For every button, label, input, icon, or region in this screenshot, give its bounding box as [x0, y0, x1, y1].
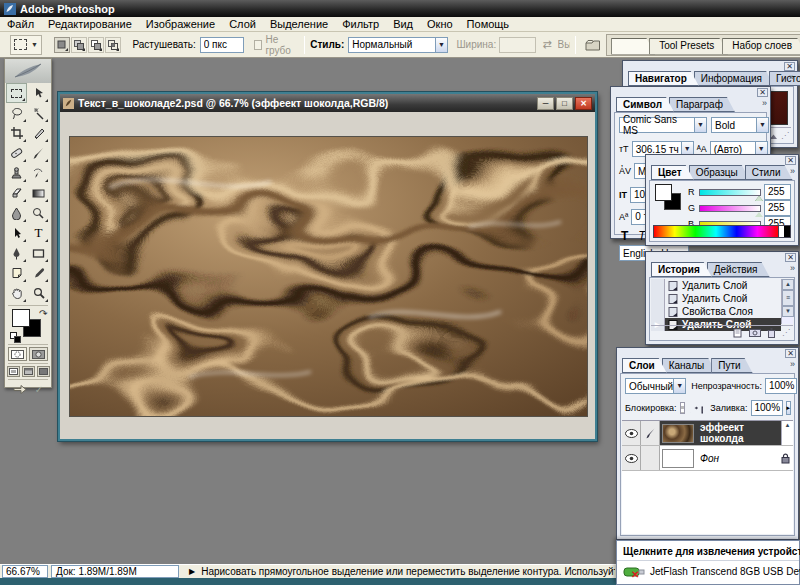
close-icon[interactable]: ✕: [785, 253, 796, 262]
menu-layer[interactable]: Слой: [222, 18, 263, 30]
tab-styles[interactable]: Стили: [745, 165, 793, 180]
color-ramp[interactable]: [653, 225, 791, 238]
menu-view[interactable]: Вид: [386, 18, 420, 30]
history-item[interactable]: Удалить Слой: [651, 292, 781, 305]
menu-image[interactable]: Изображение: [139, 18, 222, 30]
style-select[interactable]: Нормальный ▼: [348, 37, 448, 53]
lock-all-icon[interactable]: [701, 402, 704, 414]
panel-menu-icon[interactable]: »: [789, 72, 793, 82]
canvas[interactable]: [69, 136, 588, 417]
layers-scrollbar[interactable]: ▲: [781, 421, 793, 445]
foreground-color-swatch[interactable]: [12, 309, 30, 327]
usb-device-row[interactable]: ✕ JetFlash Transcend 8GB USB Device (F:): [617, 561, 799, 578]
tab-color[interactable]: Цвет: [651, 165, 694, 180]
scroll-down-icon[interactable]: ▼: [782, 306, 794, 317]
panel-menu-icon[interactable]: »: [790, 166, 794, 176]
blur-tool[interactable]: [6, 203, 27, 223]
notes-tool[interactable]: [6, 263, 27, 283]
panel-menu-icon[interactable]: »: [790, 263, 794, 273]
swap-colors-icon[interactable]: ↷: [39, 308, 47, 319]
slice-tool[interactable]: [28, 123, 49, 143]
close-button[interactable]: ✕: [575, 97, 592, 110]
document-titlebar[interactable]: Текст_в_шоколаде2.psd @ 66.7% (эффеект ш…: [60, 94, 595, 112]
tab-paragraph[interactable]: Параграф: [669, 97, 735, 112]
tab-paths[interactable]: Пути: [711, 358, 752, 373]
tab-histogram[interactable]: Гистограмма: [769, 71, 800, 86]
green-slider[interactable]: [699, 205, 761, 212]
zoom-field[interactable]: 66.67%: [2, 565, 48, 578]
healing-brush-tool[interactable]: [6, 143, 27, 163]
gradient-tool[interactable]: [28, 183, 49, 203]
minimize-button[interactable]: ─: [537, 97, 554, 110]
selection-intersect-button[interactable]: [105, 37, 121, 53]
layer-name[interactable]: эффеект шоколда: [696, 421, 781, 445]
opacity-value[interactable]: 100%: [765, 378, 797, 394]
layer-row-selected[interactable]: эффеект шоколда ▲: [622, 421, 793, 446]
close-icon[interactable]: ✕: [757, 88, 768, 97]
layer-row[interactable]: Фон: [622, 446, 793, 471]
standard-mode-button[interactable]: [8, 347, 27, 361]
type-tool[interactable]: T: [28, 223, 49, 243]
layer-visibility-toggle[interactable]: [622, 446, 641, 470]
tab-navigator[interactable]: Навигатор: [628, 71, 699, 86]
app-titlebar[interactable]: Adobe Photoshop: [0, 0, 800, 17]
new-snapshot-icon[interactable]: [749, 328, 761, 337]
quick-mask-mode-button[interactable]: [29, 347, 48, 361]
tab-channels[interactable]: Каналы: [662, 358, 717, 373]
hand-tool[interactable]: [6, 283, 27, 303]
history-source-well[interactable]: [651, 279, 665, 292]
menu-select[interactable]: Выделение: [263, 18, 335, 30]
path-selection-tool[interactable]: [6, 223, 27, 243]
foreground-color-swatch[interactable]: [655, 184, 672, 201]
lock-transparency-icon[interactable]: [680, 402, 685, 414]
font-style-select[interactable]: Bold▼: [711, 117, 769, 133]
rectangular-marquee-tool[interactable]: [6, 83, 27, 103]
trash-icon[interactable]: [767, 328, 776, 338]
new-document-from-state-icon[interactable]: [733, 328, 743, 338]
swap-dimensions-icon[interactable]: ⇄: [542, 38, 551, 51]
clone-stamp-tool[interactable]: [6, 163, 27, 183]
toolbox-logo[interactable]: [5, 59, 51, 83]
close-icon[interactable]: ✕: [785, 349, 796, 358]
file-browser-button[interactable]: [585, 38, 602, 52]
fullscreen-menubar-button[interactable]: [22, 366, 35, 377]
spectrum-gradient[interactable]: [654, 226, 778, 237]
layer-visibility-toggle[interactable]: [622, 421, 641, 445]
fullscreen-button[interactable]: [37, 366, 50, 377]
close-icon[interactable]: ✕: [785, 156, 796, 165]
dodge-tool[interactable]: [28, 203, 49, 223]
tab-actions[interactable]: Действия: [707, 262, 770, 277]
menu-window[interactable]: Окно: [420, 18, 460, 30]
antialias-checkbox[interactable]: Не грубо: [254, 34, 299, 56]
lock-move-icon[interactable]: [694, 402, 697, 414]
layer-link-well[interactable]: [641, 446, 660, 470]
feather-input[interactable]: [200, 37, 244, 53]
history-source-well[interactable]: [651, 305, 665, 318]
history-item[interactable]: Свойства Слоя: [651, 305, 781, 318]
selection-add-button[interactable]: [71, 37, 87, 53]
fill-spinner-icon[interactable]: ▸: [786, 401, 792, 415]
menu-filter[interactable]: Фильтр: [335, 18, 386, 30]
zoom-tool[interactable]: [28, 283, 49, 303]
layer-name[interactable]: Фон: [696, 446, 777, 470]
lock-paint-icon[interactable]: [688, 402, 691, 414]
tab-info[interactable]: Информация: [694, 71, 774, 86]
menu-file[interactable]: Файл: [0, 18, 41, 30]
scroll-up-icon[interactable]: ▲: [782, 421, 793, 432]
font-family-select[interactable]: Comic Sans MS▼: [619, 117, 707, 133]
layer-thumbnail[interactable]: [662, 424, 694, 443]
eraser-tool[interactable]: [6, 183, 27, 203]
resize-grip[interactable]: ⋰: [781, 131, 789, 140]
faux-bold-button[interactable]: T: [621, 229, 628, 243]
tab-layers[interactable]: Слои: [622, 358, 667, 373]
history-source-well[interactable]: [651, 292, 665, 305]
magic-wand-tool[interactable]: [28, 103, 49, 123]
scroll-thumb[interactable]: ≡: [782, 290, 794, 306]
lasso-tool[interactable]: [6, 103, 27, 123]
green-value[interactable]: 255: [764, 200, 791, 216]
history-brush-tool[interactable]: [28, 163, 49, 183]
menu-help[interactable]: Помощь: [460, 18, 517, 30]
doc-size-field[interactable]: Док: 1.89M/1.89M: [51, 565, 179, 578]
resize-grip[interactable]: ⋰: [782, 328, 790, 337]
panel-menu-icon[interactable]: »: [762, 98, 766, 108]
